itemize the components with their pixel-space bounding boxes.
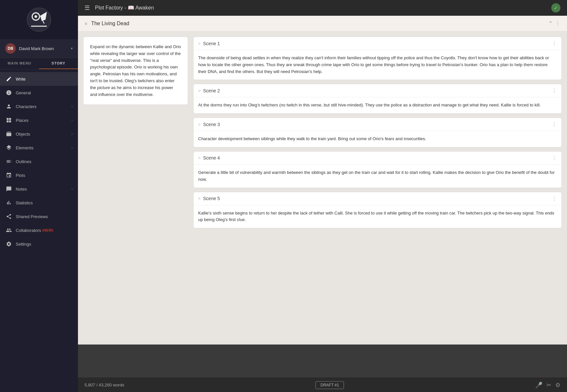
sidebar-item-shared-previews[interactable]: Shared Previews (0, 210, 78, 223)
sidebar-label-characters: Characters (16, 104, 37, 109)
sidebar-item-objects[interactable]: Objects › (0, 127, 78, 141)
sidebar-label-objects: Objects (16, 132, 30, 137)
scene-menu-button-1[interactable]: ⋮ (552, 40, 557, 47)
scene-body-4: Generate a little bit of vulnerability a… (194, 165, 561, 188)
note-icon (5, 185, 12, 193)
chapter-title: The Living Dead (91, 21, 544, 27)
sidebar-label-outlines: Outlines (16, 159, 31, 164)
scene-header-4: ≡ Scene 4 ⋮ (194, 152, 561, 165)
username: David Mark Brown (19, 46, 54, 51)
layers-icon (5, 144, 12, 151)
chapter-header: ≡ The Living Dead ⌃ ⋮ (78, 16, 567, 31)
sidebar-label-settings: Settings (16, 242, 31, 247)
scene-menu-button-2[interactable]: ⋮ (552, 87, 557, 94)
avatar: DB (5, 43, 16, 54)
app-logo (26, 7, 52, 33)
scene-drag-handle-2[interactable]: ≡ (198, 88, 200, 93)
svg-point-0 (27, 8, 51, 31)
chapter-collapse-button[interactable]: ⌃ (548, 20, 553, 27)
sidebar-item-write[interactable]: Write (0, 72, 78, 86)
tab-story[interactable]: STORY (39, 58, 78, 69)
app-title: Plot Factory - 📖 Awaken (95, 5, 154, 11)
scene-title-2: Scene 2 (203, 88, 549, 93)
sidebar-item-settings[interactable]: Settings (0, 237, 78, 251)
places-arrow: › (71, 118, 73, 122)
scene-title-1: Scene 1 (203, 41, 549, 46)
box-icon (5, 130, 12, 138)
settings-bottom-icon[interactable]: ⚙ (555, 382, 560, 389)
sidebar-item-notes[interactable]: Notes › (0, 182, 78, 196)
chapter-actions: ⌃ ⋮ (548, 20, 560, 27)
sidebar-item-elements[interactable]: Elements › (0, 141, 78, 155)
tools-icon[interactable]: ✂ (546, 382, 551, 389)
characters-arrow: › (71, 104, 73, 109)
chapter-menu-button[interactable]: ⋮ (555, 20, 560, 27)
nav-tabs: MAIN MENU STORY (0, 58, 78, 69)
scene-drag-handle-3[interactable]: ≡ (198, 122, 200, 127)
chart-icon (5, 199, 12, 206)
sidebar-item-general[interactable]: General (0, 86, 78, 100)
sidebar-label-shared-previews: Shared Previews (16, 214, 48, 219)
scene-header-2: ≡ Scene 2 ⋮ (194, 84, 561, 97)
scene-drag-handle-4[interactable]: ≡ (198, 156, 200, 160)
scene-drag-handle-1[interactable]: ≡ (198, 41, 200, 46)
info-icon (5, 89, 12, 96)
scene-card-2: ≡ Scene 2 ⋮ At the dorms they run into O… (193, 84, 562, 114)
scenes-column: ≡ Scene 1 ⋮ The downside of being dead s… (193, 37, 562, 339)
sidebar-item-statistics[interactable]: Statistics (0, 196, 78, 210)
scene-body-3: Character development between siblings w… (194, 131, 561, 147)
scene-body-2: At the dorms they run into Oleg's twitch… (194, 97, 561, 113)
elements-arrow: › (71, 145, 73, 150)
notes-arrow: › (71, 187, 73, 191)
scene-title-3: Scene 3 (203, 122, 549, 127)
scene-card-4: ≡ Scene 4 ⋮ Generate a little bit of vul… (193, 151, 562, 188)
user-area[interactable]: DB David Mark Brown ▾ (0, 39, 78, 58)
sidebar-item-plots[interactable]: Plots (0, 168, 78, 182)
scene-card-1: ≡ Scene 1 ⋮ The downside of being dead s… (193, 37, 562, 80)
save-status-icon: ✓ (551, 3, 560, 12)
sidebar-label-plots: Plots (16, 173, 25, 178)
sidebar-item-collaborators[interactable]: Collaborators (NEW) (0, 223, 78, 237)
sidebar-item-outlines[interactable]: Outlines (0, 155, 78, 168)
chapter-drag-handle[interactable]: ≡ (85, 21, 87, 26)
sidebar-label-elements: Elements (16, 145, 33, 150)
scene-menu-button-5[interactable]: ⋮ (552, 196, 557, 202)
word-count: 5,807 / 43,260 words (85, 383, 124, 387)
content-area: ≡ The Living Dead ⌃ ⋮ Expand on the dyna… (78, 16, 567, 378)
grid-icon (5, 117, 12, 124)
menu-items: Write General Characters › Places › (0, 69, 78, 392)
objects-arrow: › (71, 132, 73, 136)
scene-body-1: The downside of being dead settles in wh… (194, 50, 561, 80)
scene-title-5: Scene 5 (203, 196, 549, 201)
scene-header-3: ≡ Scene 3 ⋮ (194, 118, 561, 131)
sidebar: DB David Mark Brown ▾ MAIN MENU STORY Wr… (0, 0, 78, 392)
bottom-actions: 🎤 ✂ ⚙ (535, 382, 560, 389)
collab-icon (5, 227, 12, 234)
sidebar-label-collaborators: Collaborators (16, 228, 41, 233)
sidebar-label-notes: Notes (16, 187, 27, 192)
user-dropdown-chevron: ▾ (71, 46, 73, 51)
scene-menu-button-3[interactable]: ⋮ (552, 121, 557, 127)
logo-area (0, 0, 78, 39)
person-icon (5, 103, 12, 110)
sidebar-label-statistics: Statistics (16, 200, 33, 205)
lines-icon (5, 158, 12, 165)
bottom-bar: 5,807 / 43,260 words DRAFT #1 🎤 ✂ ⚙ (78, 378, 567, 392)
scene-menu-button-4[interactable]: ⋮ (552, 155, 557, 161)
scene-drag-handle-5[interactable]: ≡ (198, 196, 200, 201)
scene-header-1: ≡ Scene 1 ⋮ (194, 37, 561, 50)
content-body: Expand on the dynamic between Kallie and… (78, 31, 567, 345)
share-icon (5, 213, 12, 220)
sidebar-item-places[interactable]: Places › (0, 113, 78, 127)
scene-body-5: Kallie's sixth sense begins to return to… (194, 205, 561, 228)
hamburger-icon[interactable]: ☰ (85, 4, 90, 11)
sidebar-label-write: Write (16, 77, 26, 82)
gear-icon (5, 240, 12, 248)
main-content: ☰ Plot Factory - 📖 Awaken ✓ ≡ The Living… (78, 0, 567, 392)
microphone-icon[interactable]: 🎤 (535, 382, 542, 389)
tab-main-menu[interactable]: MAIN MENU (0, 58, 39, 69)
scene-title-4: Scene 4 (203, 155, 549, 160)
draft-selector[interactable]: DRAFT #1 (315, 381, 344, 389)
pencil-icon (5, 75, 12, 83)
sidebar-item-characters[interactable]: Characters › (0, 100, 78, 113)
